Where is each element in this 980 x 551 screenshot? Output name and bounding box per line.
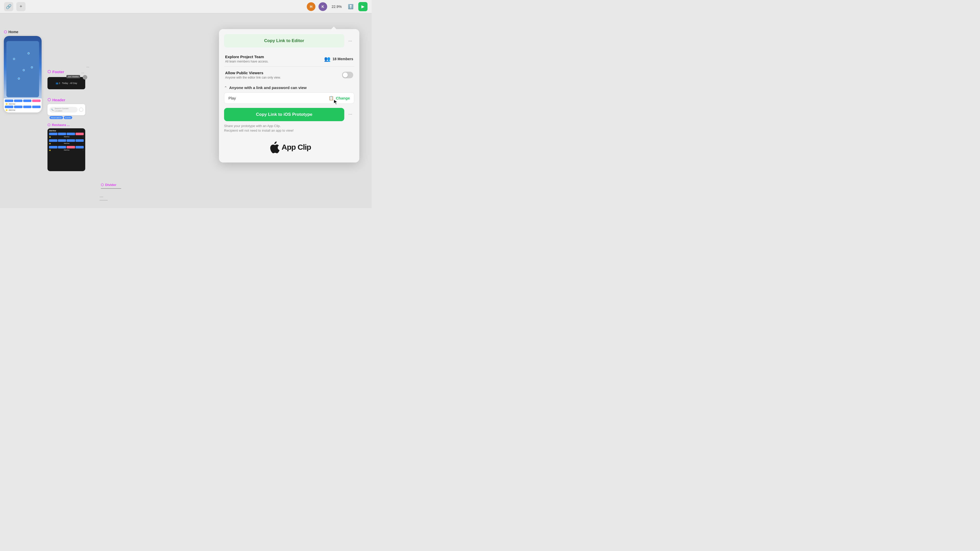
password-header: ⌃ Anyone with a link and password can vi…: [224, 86, 354, 90]
footer-avatar-badge: [83, 75, 87, 79]
topbar-left: 🔗 +: [4, 2, 25, 11]
divider-frame: ⬡ Divider: [101, 183, 121, 189]
header-label: ⬡ Header: [48, 97, 85, 102]
home-preview[interactable]: ⭐ AlteVine ♡ ⭐ AlteVine ♡: [4, 36, 41, 113]
share-button[interactable]: ⬆️: [346, 2, 355, 11]
join-badge: Join Waitlist: [66, 75, 80, 78]
copy-link-more-button[interactable]: ···: [346, 37, 354, 44]
bottom-cards-area: ⭐ AlteVine ♡ ⭐ AlteVine ♡: [4, 98, 41, 113]
cursor-area: 📋: [329, 96, 336, 100]
search-icon-preview: 🔍: [51, 109, 54, 111]
footer-label: ⬡ Footer: [48, 69, 64, 74]
ios-btn-label: Copy Link to iOS Prototype: [228, 112, 340, 117]
ios-btn-row: Copy Link to iOS Prototype ···: [224, 107, 354, 121]
card-label-2: AlteVine: [9, 109, 15, 111]
footer-more-button[interactable]: ···: [80, 70, 85, 75]
search-placeholder: Search Current Location: [55, 107, 76, 112]
header-frame: ⬡ Header 🔍 Search Current Location Reser…: [48, 97, 85, 120]
password-header-text: Anyone with a link and password can view: [229, 86, 307, 90]
allow-public-toggle-container: [342, 72, 353, 78]
app-clip-logo: App Clip: [267, 141, 311, 153]
footer-cube-icon: ⬡: [48, 69, 51, 74]
search-bar-preview: 🔍 Search Current Location: [49, 107, 78, 113]
home-label: ⬡ Home: [4, 30, 41, 34]
heart-icon: ♡: [38, 103, 40, 105]
topbar: 🔗 + H K 22.9% ⬆️ ▶: [0, 0, 372, 13]
divider-line: [101, 188, 121, 189]
members-icon: 👥: [324, 56, 331, 62]
filter-chip-reservations: Reservations: [49, 116, 63, 119]
explore-team-right: 👥 18 Members: [324, 56, 353, 62]
apple-logo-svg: [269, 141, 280, 153]
explore-team-subtitle: All team members have access.: [225, 60, 269, 63]
search-circle: [79, 108, 83, 112]
popup-arrow: [331, 27, 336, 29]
topbar-right: H K 22.9% ⬆️ ▶: [307, 2, 368, 11]
copy-password-button[interactable]: 📋: [329, 96, 334, 100]
app-clip-text: App Clip: [282, 143, 311, 151]
footer-frame: ⬡ Footer ··· Join Waitlist 👥 2 · Today ·…: [48, 69, 85, 89]
copy-link-to-editor-button[interactable]: Copy Link to Editor: [224, 34, 344, 48]
link-button[interactable]: 🔗: [4, 2, 13, 11]
card-label-1: AlteVine: [9, 103, 15, 105]
allow-public-info: Allow Public Viewers Anyone with the edi…: [225, 71, 281, 79]
filter-chip-events: Events: [64, 116, 72, 119]
password-input-row[interactable]: Play 📋 Change: [224, 92, 354, 104]
home-cube-icon: ⬡: [4, 30, 7, 34]
explore-team-title: Explore Project Team: [225, 55, 269, 59]
copy-link-label: Copy Link to Editor: [228, 38, 340, 43]
footer-preview-text: 👥 2 · Today · All Day: [56, 82, 77, 84]
home-frame: ⬡ Home: [4, 30, 41, 113]
allow-public-section: Allow Public Viewers Anyone with the edi…: [224, 68, 354, 83]
allow-public-subtitle: Anyone with the editor link can only vie…: [225, 76, 281, 79]
play-icon: ▶: [361, 4, 364, 9]
header-preview[interactable]: 🔍 Search Current Location: [48, 104, 85, 115]
copy-ios-prototype-button[interactable]: Copy Link to iOS Prototype: [224, 108, 344, 121]
add-frame-button[interactable]: +: [16, 2, 25, 11]
copy-link-row: Copy Link to Editor ···: [224, 34, 354, 48]
avatar-h[interactable]: H: [307, 2, 315, 11]
allow-public-title: Allow Public Viewers: [225, 71, 281, 75]
footer-preview-container: Join Waitlist 👥 2 · Today · All Day: [48, 77, 85, 89]
zoom-level: 22.9%: [330, 5, 343, 9]
footer-preview[interactable]: 👥 2 · Today · All Day: [48, 77, 85, 89]
chevron-icon: ⌃: [224, 86, 227, 90]
ios-more-button[interactable]: ···: [346, 110, 354, 118]
map-area: [6, 41, 39, 97]
restaura-frame: ⬡ Restaura ... AlteVine ⭐AlteVine♡: [48, 123, 85, 171]
restaura-label: ⬡ Restaura ...: [48, 123, 85, 127]
explore-team-info: Explore Project Team All team members ha…: [225, 55, 269, 63]
plus-icon: +: [20, 4, 22, 9]
canvas: ⬡ Home: [0, 13, 372, 208]
play-button[interactable]: ▶: [358, 2, 368, 11]
app-clip-section: App Clip: [224, 137, 354, 157]
avatar-k[interactable]: K: [318, 2, 327, 11]
share-description: Share your prototype with an App Clip. R…: [224, 124, 354, 133]
filter-chips-row: Reservations Events: [48, 116, 85, 120]
password-value: Play: [228, 96, 329, 100]
footer-extra-dots[interactable]: ···: [85, 64, 90, 69]
share-popup: Copy Link to Editor ··· Explore Project …: [219, 29, 360, 162]
divider-label: ⬡ Divider: [101, 183, 121, 187]
link-icon: 🔗: [6, 4, 11, 10]
heart-icon-2: ♡: [38, 109, 40, 111]
password-section: ⌃ Anyone with a link and password can vi…: [224, 86, 354, 104]
divider-cube-icon: ⬡: [101, 183, 103, 187]
bottom-more-dots[interactable]: ···: [100, 194, 108, 200]
allow-public-toggle[interactable]: [342, 72, 353, 78]
share-icon: ⬆️: [348, 4, 353, 10]
explore-team-section: Explore Project Team All team members ha…: [224, 52, 354, 67]
header-cube-icon: ⬡: [48, 97, 51, 102]
restaura-preview[interactable]: AlteVine ⭐AlteVine♡ ⭐AlteVine: [48, 128, 85, 171]
members-count: 18 Members: [332, 57, 353, 61]
change-password-button[interactable]: Change: [336, 96, 350, 100]
restaura-cube-icon: ⬡: [48, 123, 50, 127]
